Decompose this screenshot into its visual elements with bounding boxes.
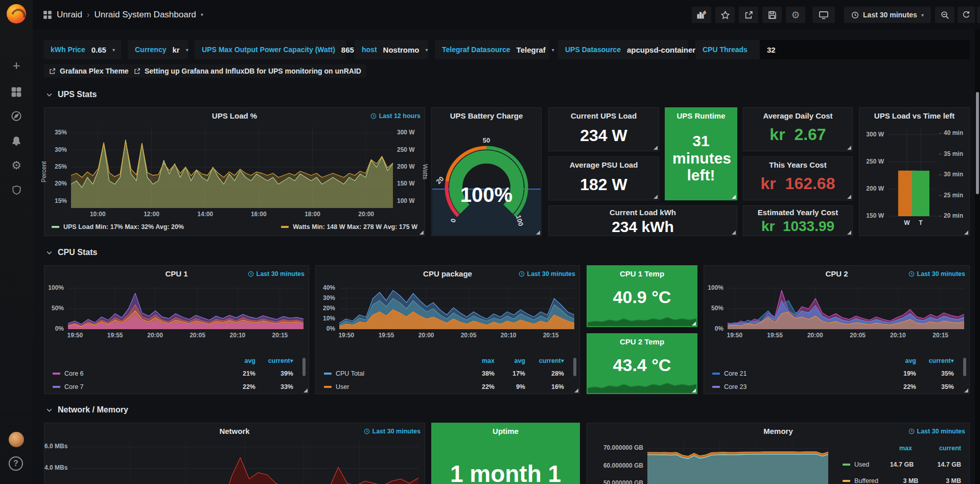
refresh-interval-picker[interactable]: 5s ▾ [977,7,980,23]
create-plus-icon[interactable]: + [0,56,33,75]
link-grafana-plex-theme[interactable]: Grafana Plex Theme [44,64,134,78]
panel-title[interactable]: Current Load kWh [549,208,737,217]
resize-handle[interactable] [732,231,736,235]
legend-row-core23[interactable]: Core 23 22% 35% [712,383,954,390]
cpu-threads-input[interactable]: 32 [760,40,970,59]
legend-label[interactable]: Core 23 [724,383,888,390]
section-ups-stats[interactable]: UPS Stats [46,90,97,99]
legend-label[interactable]: Core 21 [724,370,888,377]
legend-label[interactable]: Buffered [854,477,878,484]
resize-handle[interactable] [654,146,658,150]
settings-gear-button[interactable]: ⚙ [786,7,805,23]
share-button[interactable] [739,7,758,23]
panel-title[interactable]: Uptime [432,427,579,435]
variable-kwh-price[interactable]: kWh Price 0.65 ▾ [43,40,121,59]
configuration-gear-icon[interactable]: ⚙ [0,156,33,175]
variable-currency[interactable]: Currency kr ▾ [128,40,188,59]
user-avatar[interactable] [9,432,24,447]
legend-header-current[interactable]: current [912,445,961,452]
resize-handle[interactable] [536,231,540,235]
panel-title[interactable]: This Years Cost [743,160,852,169]
legend-item-ups-load[interactable]: UPS Load Min: 17% Max: 32% Avg: 20% [52,223,184,231]
legend-header-current[interactable]: current▾ [916,357,954,364]
panel-title[interactable]: Average Daily Cost [743,111,852,120]
panel-title[interactable]: UPS Battery Charge [432,111,541,120]
refresh-button[interactable] [958,7,975,23]
save-button[interactable] [762,7,782,23]
legend-item-watts[interactable]: Watts Min: 148 W Max: 278 W Avg: 175 W [281,223,417,231]
variable-host[interactable]: host Nostromo ▾ [355,40,428,59]
help-icon[interactable]: ? [9,456,23,471]
legend-row-user[interactable]: User 22% 9% 16% [324,383,564,390]
dashboard-title[interactable]: Unraid System Dashboard [94,10,196,20]
star-button[interactable] [715,7,735,23]
page-scrollbar-track[interactable] [975,0,980,484]
resize-handle[interactable] [304,388,308,393]
legend-header-avg[interactable]: avg [888,357,916,364]
resize-handle[interactable] [964,388,968,393]
legend-scrollbar[interactable] [573,358,576,376]
resize-handle[interactable] [692,321,696,326]
legend-scrollbar[interactable] [302,358,306,376]
panel-title[interactable]: CPU 1 Temp [587,269,697,278]
legend-max: 3 MB [878,477,918,484]
add-panel-button[interactable] [692,7,711,23]
panel-title[interactable]: UPS Runtime [665,111,737,120]
dashboard-icon [43,10,52,19]
panel-title[interactable]: Current UPS Load [549,111,659,120]
variable-telegraf-datasource[interactable]: Telegraf Datasource Telegraf ▾ [435,40,549,59]
legend-row-core7[interactable]: Core 7 22% 33% [53,383,293,390]
breadcrumb-folder[interactable]: Unraid [57,10,82,20]
resize-handle[interactable] [847,146,851,150]
panel-title[interactable]: Average PSU Load [549,160,659,169]
legend-label[interactable]: User [336,383,459,390]
resize-handle[interactable] [964,231,968,235]
legend-row-used[interactable]: Used 14.7 GB 14.7 GB [843,461,961,468]
resize-handle[interactable] [847,195,851,199]
variable-ups-max-output[interactable]: UPS Max Output Power Capacity (Watt) 865… [195,40,346,59]
legend-label[interactable]: Core 7 [64,383,227,390]
chart-canvas [588,381,696,393]
axis-tick-label: 16:00 [246,211,271,218]
panel-title[interactable]: Estimated Yearly Cost [743,208,852,217]
legend-header-current[interactable]: current▾ [525,357,564,364]
section-network-memory[interactable]: Network / Memory [46,405,128,414]
variable-label: CPU Threads [703,45,748,54]
dashboards-grid-icon[interactable] [0,83,33,101]
legend-row-cpu-total[interactable]: CPU Total 38% 17% 28% [324,370,564,377]
panel-title[interactable]: CPU 2 Temp [587,337,697,346]
variable-ups-datasource[interactable]: UPS Datasource apcupsd-container ▾ [558,40,688,59]
legend-label[interactable]: Used [854,461,869,468]
tv-mode-button[interactable] [812,7,835,23]
legend-header-current[interactable]: current▾ [255,357,293,364]
alerting-bell-icon[interactable] [0,132,33,150]
resize-handle[interactable] [847,231,851,235]
page-scrollbar-thumb[interactable] [976,92,979,194]
resize-handle[interactable] [574,388,578,393]
caret-down-icon[interactable]: ▾ [201,12,203,17]
legend-label[interactable]: Core 6 [64,370,227,377]
server-admin-shield-icon[interactable] [0,181,33,199]
caret-down-icon: ▾ [425,47,428,53]
legend-row-buffered[interactable]: Buffered 3 MB 3 MB [843,477,961,484]
legend-header-max[interactable]: max [866,445,912,452]
legend-row-core6[interactable]: Core 6 21% 39% [53,370,293,377]
legend-header-avg[interactable]: avg [227,357,255,364]
section-cpu-stats[interactable]: CPU Stats [46,248,97,257]
legend-scrollbar[interactable] [963,358,966,376]
time-range-picker[interactable]: Last 30 minutes ▾ [844,7,931,23]
legend-header-max[interactable]: max [459,357,495,364]
resize-handle[interactable] [692,388,696,393]
link-ups-monitoring-guide[interactable]: Setting up Grafana and InfluxDB for UPS … [129,64,366,78]
legend-row-core21[interactable]: Core 21 19% 35% [712,370,954,377]
zoom-out-button[interactable] [935,7,954,23]
grafana-logo-icon[interactable] [7,4,26,24]
axis-tick-label: 20:15 [928,332,953,339]
explore-compass-icon[interactable] [0,107,33,125]
axis-tick-label: 19:55 [374,332,399,339]
legend-label[interactable]: CPU Total [336,370,459,377]
legend-header-avg[interactable]: avg [495,357,525,364]
resize-handle[interactable] [654,195,658,199]
resize-handle[interactable] [419,231,424,235]
resize-handle[interactable] [732,195,736,199]
